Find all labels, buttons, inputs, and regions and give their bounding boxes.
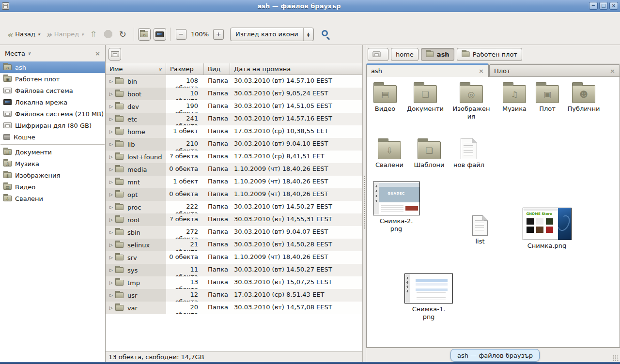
- file-item[interactable]: ❏ Документи: [404, 82, 446, 113]
- tab-close-icon[interactable]: ×: [479, 67, 484, 75]
- expander-icon[interactable]: ▷: [109, 280, 113, 285]
- minimize-button[interactable]: −: [589, 2, 598, 10]
- column-header-name[interactable]: Име ∨: [106, 63, 166, 75]
- breadcrumb-button[interactable]: home: [391, 48, 418, 61]
- table-row[interactable]: ▷ opt 0 обекта Папка 1.10.2009 (чт) 18,4…: [106, 188, 362, 201]
- up-button[interactable]: ⇧: [87, 28, 101, 41]
- home-button[interactable]: ⌂: [138, 28, 151, 41]
- sidebar-item[interactable]: Шифриран дял (80 GB): [0, 120, 105, 131]
- table-row[interactable]: ▷ selinux 21 обекта Папка 30.03.2010 (вт…: [106, 239, 362, 251]
- table-row[interactable]: ▷ tmp 13 обекта Папка 30.03.2010 (вт) 15…: [106, 276, 362, 289]
- table-row[interactable]: ▷ sys 11 обекта Папка 30.03.2010 (вт) 14…: [106, 264, 362, 276]
- column-header-date[interactable]: Дата на промяна: [230, 63, 362, 75]
- table-row[interactable]: ▷ mnt 1 обект Папка 1.10.2009 (чт) 18,40…: [106, 176, 362, 188]
- expander-icon[interactable]: ▷: [109, 230, 113, 235]
- forward-button[interactable]: » Напред ▾: [43, 29, 86, 40]
- menu-item[interactable]: [46, 16, 55, 19]
- expander-icon[interactable]: ▷: [109, 79, 113, 84]
- expander-icon[interactable]: ▷: [109, 104, 113, 109]
- sidebar-close-icon[interactable]: ×: [95, 50, 100, 57]
- menu-item[interactable]: [29, 16, 38, 19]
- expander-icon[interactable]: ▷: [109, 205, 113, 210]
- view-mode-select[interactable]: Изглед като икони ▲▼: [230, 28, 314, 41]
- expander-icon[interactable]: ▷: [109, 268, 113, 273]
- stop-button[interactable]: [104, 30, 112, 38]
- table-row[interactable]: ▷ lost+found ? обекта Папка 17.03.2010 (…: [106, 151, 362, 163]
- sidebar-item[interactable]: Кошче: [0, 131, 105, 143]
- expander-icon[interactable]: ▷: [109, 167, 113, 172]
- search-icon[interactable]: [322, 30, 328, 36]
- resize-grip[interactable]: [612, 355, 619, 361]
- file-item[interactable]: list: [463, 215, 497, 245]
- tab-close-icon[interactable]: ×: [610, 67, 615, 75]
- expander-icon[interactable]: ▷: [109, 117, 113, 121]
- icon-view[interactable]: ▤ Видео ❏ Документи ◎ Изображен ия: [366, 77, 620, 348]
- sidebar-item[interactable]: ◎ Изображения: [0, 169, 105, 181]
- file-item[interactable]: ❏ Шаблони: [409, 138, 449, 169]
- expander-icon[interactable]: ▷: [109, 180, 113, 184]
- table-row[interactable]: ▷ sbin 272 обекта Папка 30.03.2010 (вт) …: [106, 226, 362, 239]
- zoom-in-button[interactable]: +: [213, 29, 224, 40]
- combo-spinner-icon[interactable]: ▲▼: [304, 32, 313, 37]
- sidebar-item[interactable]: ▣ Работен плот: [0, 73, 105, 85]
- expander-icon[interactable]: ▷: [109, 255, 113, 260]
- menu-item[interactable]: [12, 16, 20, 19]
- table-row[interactable]: ▷ proc 222 обекта Папка 30.03.2010 (вт) …: [106, 201, 362, 213]
- file-item[interactable]: ☻ Публични: [563, 82, 604, 113]
- sidebar-title-dropdown[interactable]: Места ∨: [5, 50, 31, 57]
- menu-item[interactable]: [3, 16, 12, 19]
- table-row[interactable]: ▷ lib 210 обекта Папка 30.03.2010 (вт) 9…: [106, 138, 362, 151]
- table-row[interactable]: ▷ bin 108 обекта Папка 30.03.2010 (вт) 1…: [106, 75, 362, 88]
- sidebar-item[interactable]: ♫ Музика: [0, 158, 105, 169]
- sidebar-item[interactable]: ⌂ ash: [0, 61, 105, 73]
- sidebar-item[interactable]: ▤ Видео: [0, 181, 105, 193]
- breadcrumb-button[interactable]: Работен плот: [457, 48, 522, 61]
- sidebar-item[interactable]: ❏ Документи: [0, 146, 105, 158]
- file-item[interactable]: GNOME Store Снимка.png: [521, 208, 573, 250]
- sidebar-item[interactable]: Файлова система (210 MB): [0, 108, 105, 120]
- back-dropdown-icon[interactable]: ▾: [38, 32, 40, 37]
- file-item[interactable]: ▣ Плот: [530, 82, 564, 113]
- forward-dropdown-icon[interactable]: ▾: [81, 32, 84, 37]
- file-item[interactable]: ◎ Изображен ия: [449, 82, 494, 120]
- expander-icon[interactable]: ▷: [109, 305, 113, 310]
- sidebar-item[interactable]: Локална мрежа: [0, 96, 105, 108]
- table-row[interactable]: ▷ etc 241 обекта Папка 30.03.2010 (вт) 1…: [106, 113, 362, 125]
- reload-button[interactable]: ↻: [116, 27, 130, 41]
- zoom-out-button[interactable]: −: [176, 29, 186, 40]
- pane-splitter[interactable]: [362, 45, 366, 362]
- file-item[interactable]: ⇩ Свалени: [370, 138, 409, 169]
- tab[interactable]: ash ×: [366, 63, 489, 77]
- table-row[interactable]: ▷ srv 0 обекта Папка 1.10.2009 (чт) 18,4…: [106, 251, 362, 264]
- menu-item[interactable]: [38, 16, 46, 19]
- file-item[interactable]: нов файл: [449, 138, 489, 169]
- column-header-type[interactable]: Вид: [204, 63, 230, 75]
- expander-icon[interactable]: ▷: [109, 293, 113, 298]
- file-item[interactable]: Снимка-1. png: [403, 273, 454, 320]
- table-row[interactable]: ▷ media 0 обекта Папка 1.10.2009 (чт) 18…: [106, 163, 362, 176]
- menu-item[interactable]: [20, 16, 29, 19]
- table-row[interactable]: ▷ usr 12 обекта Папка 17.03.2010 (ср) 8,…: [106, 289, 362, 302]
- table-row[interactable]: ▷ home 1 обект Папка 17.03.2010 (ср) 10,…: [106, 125, 362, 138]
- expander-icon[interactable]: ▷: [109, 129, 113, 134]
- expander-icon[interactable]: ▷: [109, 243, 113, 247]
- table-row[interactable]: ▷ root ? обекта Папка 30.03.2010 (вт) 14…: [106, 213, 362, 226]
- expander-icon[interactable]: ▷: [109, 154, 113, 159]
- sidebar-item[interactable]: ⇩ Свалени: [0, 193, 105, 204]
- table-row[interactable]: ▷ boot 10 обекта Папка 30.03.2010 (вт) 9…: [106, 88, 362, 100]
- expander-icon[interactable]: ▷: [109, 192, 113, 197]
- table-row[interactable]: ▷ var 20 обекта Папка 30.03.2010 (вт) 14…: [106, 302, 362, 314]
- expander-icon[interactable]: ▷: [109, 91, 113, 96]
- expander-icon[interactable]: ▷: [109, 142, 113, 147]
- expander-icon[interactable]: ▷: [109, 217, 113, 222]
- computer-button[interactable]: [154, 28, 166, 41]
- table-row[interactable]: ▷ dev 190 обекта Папка 30.03.2010 (вт) 1…: [106, 100, 362, 113]
- breadcrumb-button[interactable]: [368, 48, 388, 61]
- sidebar-item[interactable]: Файлова система: [0, 85, 105, 96]
- file-item[interactable]: GUADEC Снимка-2. png: [372, 182, 421, 232]
- column-header-size[interactable]: Размер: [166, 63, 204, 75]
- file-item[interactable]: ▤ Видео: [367, 82, 403, 113]
- breadcrumb-button[interactable]: ash: [421, 48, 454, 61]
- root-location-button[interactable]: [108, 48, 121, 61]
- back-button[interactable]: « Назад ▾: [4, 29, 43, 40]
